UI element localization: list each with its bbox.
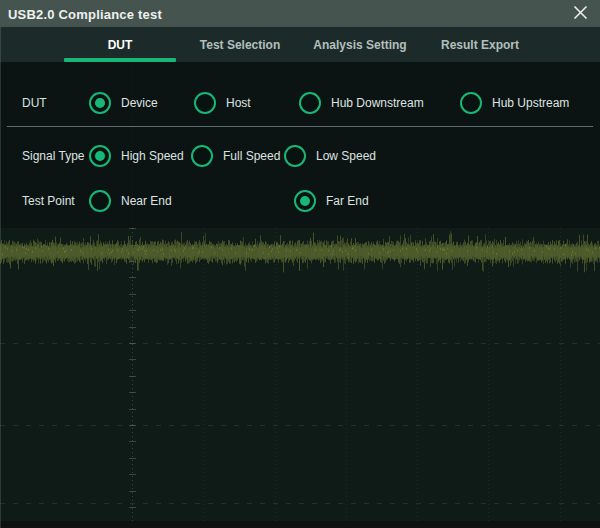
title-bar: USB2.0 Compliance test: [0, 0, 600, 27]
tab-result-export[interactable]: Result Export: [420, 27, 540, 62]
axis-tick: [129, 343, 136, 344]
axis-tick: [129, 458, 136, 459]
radio-option-label: Hub Upstream: [492, 96, 569, 110]
radio-option-label: Far End: [326, 194, 369, 208]
graticule-hline: [0, 425, 600, 426]
radio-ring: [294, 190, 316, 212]
radio-ring: [89, 145, 111, 167]
radio-device[interactable]: Device: [89, 92, 158, 114]
bottom-strip: [0, 521, 600, 528]
radio-high-speed[interactable]: High Speed: [89, 145, 184, 167]
axis-tick: [129, 441, 136, 442]
radio-ring: [194, 92, 216, 114]
graticule-hline: [0, 503, 600, 504]
radio-option-label: Full Speed: [223, 149, 280, 163]
graticule-axis-bleed: [132, 62, 133, 228]
radio-option-label: Host: [226, 96, 251, 110]
tab-label: DUT: [108, 38, 133, 52]
radio-selected-dot: [95, 151, 105, 161]
scope-display: [0, 228, 600, 521]
radio-option-label: Hub Downstream: [331, 96, 424, 110]
tab-label: Test Selection: [200, 38, 280, 52]
radio-selected-dot: [300, 196, 310, 206]
noise-waveform: [0, 228, 600, 298]
radio-option-label: Near End: [121, 194, 172, 208]
axis-tick: [129, 310, 136, 311]
radio-hub-upstream[interactable]: Hub Upstream: [460, 92, 569, 114]
radio-ring: [284, 145, 306, 167]
axis-tick: [129, 376, 136, 377]
left-edge-line: [0, 27, 1, 528]
axis-tick: [129, 327, 136, 328]
axis-tick: [129, 507, 136, 508]
radio-ring: [89, 92, 111, 114]
dialog-title: USB2.0 Compliance test: [8, 6, 162, 21]
axis-tick: [129, 474, 136, 475]
tab-dut[interactable]: DUT: [60, 27, 180, 62]
radio-option-label: Low Speed: [316, 149, 376, 163]
tab-test-selection[interactable]: Test Selection: [180, 27, 300, 62]
close-button[interactable]: [568, 2, 592, 26]
radio-near-end[interactable]: Near End: [89, 190, 172, 212]
radio-far-end[interactable]: Far End: [294, 190, 369, 212]
section-divider: [7, 126, 593, 127]
radio-hub-downstream[interactable]: Hub Downstream: [299, 92, 424, 114]
axis-tick: [129, 392, 136, 393]
radio-host[interactable]: Host: [194, 92, 251, 114]
radio-low-speed[interactable]: Low Speed: [284, 145, 376, 167]
tab-analysis-setting[interactable]: Analysis Setting: [300, 27, 420, 62]
settings-panel: DUTDeviceHostHub DownstreamHub UpstreamS…: [0, 62, 600, 228]
radio-full-speed[interactable]: Full Speed: [191, 145, 280, 167]
graticule-hline: [0, 343, 600, 344]
axis-tick: [129, 409, 136, 410]
tab-bar: DUTTest SelectionAnalysis SettingResult …: [0, 27, 600, 62]
close-icon: [573, 5, 588, 24]
usb-compliance-dialog: USB2.0 Compliance test DUTTest Selection…: [0, 0, 600, 528]
radio-ring: [89, 190, 111, 212]
row-label-dut: DUT: [22, 96, 47, 110]
radio-ring: [460, 92, 482, 114]
row-label-test-point: Test Point: [22, 194, 75, 208]
radio-ring: [299, 92, 321, 114]
radio-option-label: Device: [121, 96, 158, 110]
tab-label: Result Export: [441, 38, 519, 52]
radio-selected-dot: [95, 98, 105, 108]
axis-tick: [129, 491, 136, 492]
row-label-signal-type: Signal Type: [22, 149, 85, 163]
axis-tick: [129, 425, 136, 426]
tab-label: Analysis Setting: [313, 38, 406, 52]
radio-ring: [191, 145, 213, 167]
radio-option-label: High Speed: [121, 149, 184, 163]
axis-tick: [129, 359, 136, 360]
